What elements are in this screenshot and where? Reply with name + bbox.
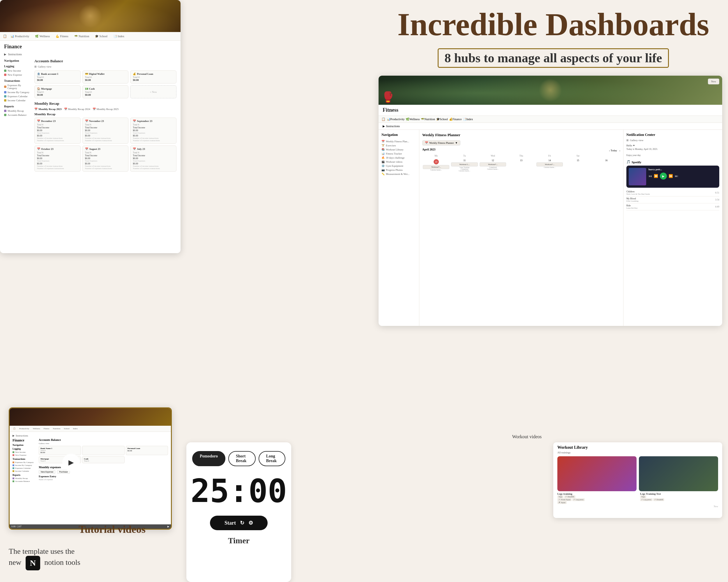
fitness-nav-equipment[interactable]: ⚙️Gym Equipment [382,164,416,168]
timer-start-btn[interactable]: Start ↻ ⚙ [210,516,268,530]
small-tab-fitness[interactable]: Fitness [43,427,51,431]
fitness-tab-school[interactable]: 🎓School [436,117,448,121]
timer-btn-long[interactable]: Long Break [259,451,285,466]
timer-btn-short[interactable]: Short Break [228,451,256,466]
finance-small-expenses-cal[interactable]: Expenses Calendar [12,467,36,470]
nav-expenses-calendar[interactable]: Expenses Calendar [4,94,30,99]
cal-day-14[interactable]: 14 Workout*... Calories burne... [536,158,564,172]
finance-small-nav-expense[interactable]: New Expense [12,454,36,456]
cash-name: 💵Cash [85,87,126,90]
tab-fitness[interactable]: 💪Fitness [53,34,71,39]
accounts-balance-title: Accounts Balance [34,59,177,63]
finance-small-monthly-recap[interactable]: Monthly Recap [12,477,36,480]
cal-day-10[interactable]: 10 Workout*... Calories burne... [422,158,450,172]
account-add-btn[interactable]: + New [130,85,177,99]
cal-day-16[interactable]: 16 [593,158,620,172]
small-tab-productivity[interactable]: Productivity [18,427,31,431]
fitness-tab-productivity[interactable]: 📊Productivity [387,117,405,121]
spotify-next-btn[interactable]: ⏭ [675,174,678,178]
nav-expenses-category[interactable]: Expenses By Category [4,83,30,90]
spotify-forward-btn[interactable]: ⏩ [669,174,673,178]
finance-small-income-cat[interactable]: Income By Category [12,464,36,467]
fitness-nav-tracker[interactable]: 📊Fitness Tracker [382,151,416,156]
spotify-play-btn[interactable]: ▶ [660,172,667,179]
nav-income-category[interactable]: Income By Category [4,90,30,94]
gallery-view-btn[interactable]: ⊞Gallery view [34,65,177,68]
tab-wellness[interactable]: 🌿Wellness [33,34,52,39]
finance-title: Finance [4,44,177,50]
recap-tab-2024[interactable]: 📅Monthly Recap 2024 [64,108,90,111]
fitness-tab-index[interactable]: 📑Index [463,117,473,121]
recap-tab-2025[interactable]: 📅Monthly Recap 2025 [93,108,119,111]
notion-label: The template uses the new N notion tools [9,547,80,570]
fitness-nav-videos[interactable]: 🎬Workout videos [382,160,416,164]
wallet-name: 💳Digital Wallet [85,73,126,75]
calendar-prev[interactable]: ‹ Today [609,149,617,152]
timer-settings-icon[interactable]: ⚙ [249,520,253,526]
spotify-back-btn[interactable]: ⏪ [654,174,658,178]
fitness-tab-nutrition[interactable]: 🥗Nutrition [421,117,435,121]
recap-dec: 📅December 23 Total #: Total Income $0.00… [34,117,81,144]
fitness-instructions[interactable]: ▶Instructions [379,123,722,130]
small-tab-nutrition[interactable]: Nutrition [52,427,62,431]
finance-small-gallery-btn[interactable]: Gallery view [39,442,168,445]
tag-legpress-1: ✓ Leg press [572,498,585,501]
finance-content: Finance ▶Instructions Navigation Logging… [0,41,181,175]
finance-small-income-cal[interactable]: Income Calendar [12,470,36,473]
workout-images [553,456,722,491]
song-item-1[interactable]: Children Nick Cave & The Bad Seeds 6:51 [626,189,719,196]
timer-refresh-icon[interactable]: ↻ [240,520,244,526]
tab-productivity[interactable]: 📊Productivity [8,34,31,39]
spotify-info: harry pott... ⏮ ⏪ ▶ ⏩ ⏭ [649,168,717,179]
tab-school[interactable]: 🎓School [93,34,110,39]
song-item-3[interactable]: Ride Lana Del Rey 4:49 [626,203,719,211]
finance-dashboard: 📋 📊Productivity 🌿Wellness 💪Fitness 🥗Nutr… [0,0,181,253]
nav-monthly-recap[interactable]: Monthly Recap [4,109,30,113]
fitness-tab-finance[interactable]: 💰Finance [449,117,462,121]
tab-nutrition[interactable]: 🥗Nutrition [72,34,92,39]
nav-new-expense[interactable]: New Expense [4,73,30,77]
new-expense-btn[interactable]: New Expense [39,470,55,474]
finance-small-accounts-balance[interactable]: Accounts Balance [12,480,36,483]
spotify-prev-btn[interactable]: ⏮ [649,174,652,178]
small-tab-wellness[interactable]: Wellness [32,427,41,431]
cal-day-13[interactable]: 13 [507,158,535,172]
nav-income-calendar[interactable]: Income Calendar [4,99,30,103]
finance-small-expenses-cat[interactable]: Expenses By Category [12,461,36,464]
workout-card-legs-test[interactable] [639,456,718,491]
nav-accounts-balance[interactable]: Accounts Balance [4,113,30,117]
recap-oct: 📅October 23 Total #: Total Income $0.00 … [34,145,81,172]
finance-small-nav-income[interactable]: New Income [12,451,36,454]
timer-btn-pomodoro[interactable]: Pomodoro [192,451,225,466]
finance-small-logging: Logging [12,448,36,450]
cal-workout-tue: Workout L... [451,162,477,166]
nav-new-income[interactable]: New Income [4,69,30,73]
tab-index[interactable]: 📑Index [111,34,127,39]
notification-gallery-btn[interactable]: ⊞Gallery view [626,139,719,142]
fitness-nav-library[interactable]: 📚Workout Library [382,147,416,151]
song-list: Children Nick Cave & The Bad Seeds 6:51 … [626,189,719,211]
fitness-tab-wellness[interactable]: 🌿Wellness [406,117,420,121]
play-overlay-btn[interactable]: ▶ [62,454,80,471]
cal-day-12[interactable]: 12 Workout*... Completed Calories burne.… [479,158,507,172]
cal-day-11[interactable]: 11 Workout L... Legs Training Completed … [450,158,478,172]
small-tab-index[interactable]: Index [72,427,79,431]
workout-new-btn[interactable]: New [714,505,718,508]
tag-tags-2: Tags [640,495,646,498]
cal-day-15[interactable]: 15 [564,158,592,172]
finance-small-instructions[interactable]: ▶Instructions [12,434,168,437]
reports-label: Reports [4,105,30,108]
fitness-nav-30days[interactable]: 🔥30 days challenge [382,156,416,160]
fitness-nav-photos[interactable]: 📷Progress Photos [382,168,416,172]
instructions-bar[interactable]: ▶Instructions [4,53,177,56]
song-item-2[interactable]: My Blood Ellie Goulding 3:54 [626,196,719,203]
fitness-nav-exercises[interactable]: 🏋️Exercises [382,143,416,147]
fitness-nav-weekly[interactable]: 📅Weekly Fitness Plan... [382,139,416,143]
workout-card-legs[interactable] [557,456,636,491]
calendar-next[interactable]: › [619,149,620,152]
fitness-nav-measurement[interactable]: 📏Measurement & Wei... [382,172,416,176]
recap-tab-2023[interactable]: 📅Monthly Recap 2023 [34,108,62,111]
small-tab-school[interactable]: School [62,427,71,431]
finance-tabs-bar: 📋 📊Productivity 🌿Wellness 💪Fitness 🥗Nutr… [0,32,181,41]
week-planner-btn[interactable]: 📅Weekly Fitness Planner▼ [422,140,460,145]
